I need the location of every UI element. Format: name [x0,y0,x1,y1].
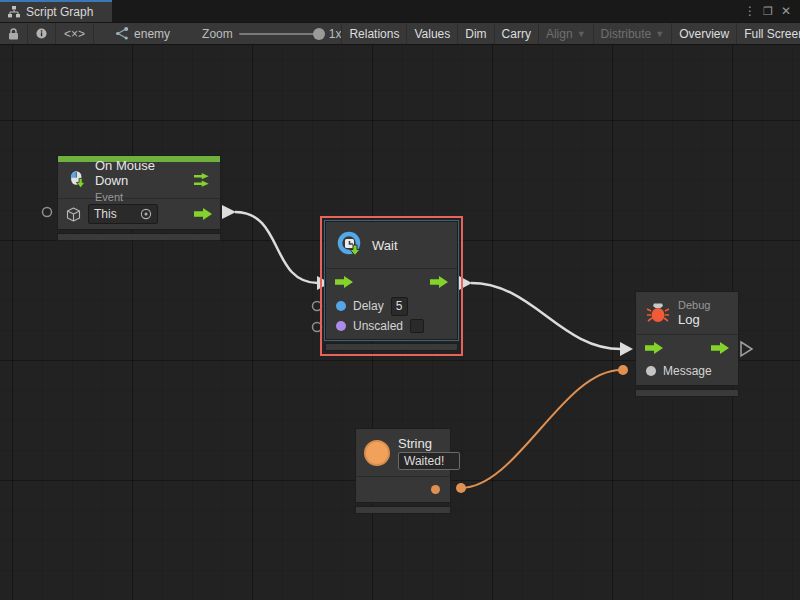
wire-start-arrow[interactable] [222,205,236,219]
close-icon[interactable]: ✕ [778,1,794,21]
node-on-mouse-down[interactable]: On Mouse Down Event This [57,155,221,241]
lock-button[interactable] [0,23,28,44]
wire-end-arrow[interactable] [620,342,633,356]
distribute-button: Distribute▼ [593,23,672,44]
target-picker-icon[interactable] [140,208,152,220]
flow-input-port[interactable] [645,342,663,354]
wire-mousedown-to-wait[interactable] [235,212,318,283]
node-string[interactable]: String Waited! [355,428,451,514]
values-label: Values [414,27,450,41]
zoom-label: Zoom [202,27,233,41]
toolbar-buttons: Relations Values Dim Carry Align▼ Distri… [341,23,800,44]
code-view-button[interactable]: <×> [56,23,94,44]
lock-icon [8,28,19,40]
chevron-down-icon: ▼ [655,29,664,39]
relations-button[interactable]: Relations [341,23,406,44]
carry-label: Carry [502,27,531,41]
align-label: Align [546,27,573,41]
zoom-slider-handle[interactable] [313,28,325,40]
carry-button[interactable]: Carry [494,23,538,44]
string-icon [364,440,390,466]
node-title: Log [678,312,710,327]
maximize-icon[interactable]: ❐ [760,1,776,21]
overview-button[interactable]: Overview [671,23,736,44]
string-value-field[interactable]: Waited! [398,452,460,470]
values-button[interactable]: Values [406,23,457,44]
node-debug-log[interactable]: Debug Log Message [635,291,739,397]
string-output-port[interactable] [431,485,440,494]
delay-port-dot[interactable] [336,301,346,311]
node-footer [325,343,458,351]
zoom-value: 1x [329,27,342,41]
overview-label: Overview [679,27,729,41]
node-title: String [398,436,460,451]
window-controls: ⋮ ❐ ✕ [742,0,800,22]
flow-input-port[interactable] [335,276,353,288]
flow-output-port[interactable] [430,276,448,288]
message-port-dot[interactable] [646,366,656,376]
wire-start-arrow[interactable] [459,276,472,290]
unscaled-port-dot[interactable] [336,321,346,331]
unscaled-checkbox[interactable] [410,319,424,333]
align-button: Align▼ [538,23,593,44]
full-screen-button[interactable]: Full Screen [736,23,800,44]
tab-title: Script Graph [26,5,93,19]
zoom-slider[interactable] [239,33,323,35]
node-footer [355,506,451,514]
port-delay-input[interactable] [313,302,322,311]
code-view-label: <×> [64,27,85,41]
cube-icon [66,207,81,222]
chevron-down-icon: ▼ [577,29,586,39]
target-field[interactable]: This [88,204,158,224]
flow-double-arrow-icon [194,172,210,188]
distribute-label: Distribute [601,27,652,41]
port-unscaled-input[interactable] [313,323,322,332]
node-footer [57,233,221,241]
mouse-down-icon [68,169,87,191]
graph-name-label: enemy [134,27,170,41]
zoom-control: Zoom 1x [180,27,341,41]
wire-start-dot[interactable] [456,483,466,493]
node-title: On Mouse Down [95,158,179,188]
delay-label: Delay [353,299,384,313]
flow-output-port[interactable] [711,342,729,354]
script-graph-icon [8,6,20,18]
wire-end-dot[interactable] [618,365,628,375]
unscaled-label: Unscaled [353,319,403,333]
info-icon [36,27,47,40]
relations-label: Relations [349,27,399,41]
message-label: Message [663,364,712,378]
node-subtitle: Event [95,191,179,203]
info-button[interactable] [28,23,56,44]
graph-icon [114,27,129,40]
node-wait[interactable]: Wait Delay 5 Unscaled [325,221,458,351]
port-log-exit-output[interactable] [741,342,752,356]
string-value: Waited! [404,454,444,468]
tab-script-graph[interactable]: Script Graph [0,0,112,22]
window-menu-icon[interactable]: ⋮ [742,1,758,21]
trigger-output-port[interactable] [194,208,212,220]
target-value: This [94,207,117,221]
dim-button[interactable]: Dim [457,23,493,44]
delay-value-field[interactable]: 5 [391,297,408,316]
dim-label: Dim [465,27,486,41]
graph-canvas[interactable]: On Mouse Down Event This [0,45,800,600]
wire-wait-to-log[interactable] [471,283,621,349]
bug-icon [646,302,670,324]
node-footer [635,389,739,397]
full-screen-label: Full Screen [744,27,800,41]
graph-breadcrumb[interactable]: enemy [94,27,180,41]
graph-toolbar: <×> enemy Zoom 1x Relations Values Dim C… [0,22,800,45]
port-target-input[interactable] [43,208,52,217]
wire-string-to-message[interactable] [461,370,621,488]
wait-timer-icon [336,231,364,259]
title-bar: Script Graph ⋮ ❐ ✕ [0,0,800,22]
node-group: Debug [678,299,710,311]
node-title: Wait [372,238,398,253]
